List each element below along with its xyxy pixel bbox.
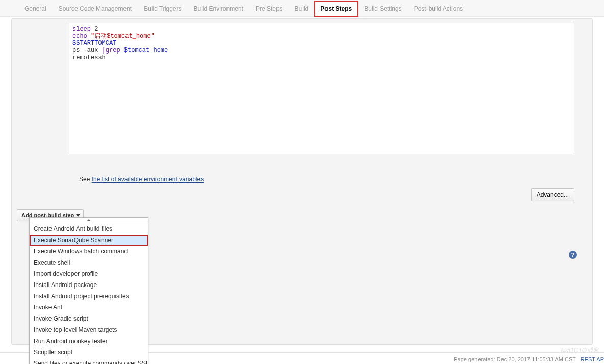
tab-pre-steps[interactable]: Pre Steps xyxy=(249,1,289,16)
tab-build-triggers[interactable]: Build Triggers xyxy=(138,1,187,16)
code-text: ps -aux xyxy=(72,47,102,54)
dropdown-item[interactable]: Create Android Ant build files xyxy=(30,223,148,235)
dropdown-item[interactable]: Scriptler script xyxy=(30,347,148,358)
dropdown-item[interactable]: Import developer profile xyxy=(30,268,148,279)
add-step-dropdown: Create Android Ant build filesExecute So… xyxy=(29,217,148,364)
code-variable: $STARTTOMCAT xyxy=(72,40,116,47)
dropdown-item[interactable]: Invoke Gradle script xyxy=(30,313,148,324)
tab-source-code-management[interactable]: Source Code Management xyxy=(53,1,138,16)
dropdown-item[interactable]: Execute SonarQube Scanner xyxy=(30,235,148,246)
dropdown-item[interactable]: Execute Windows batch command xyxy=(30,246,148,257)
dropdown-item[interactable]: Send files or execute commands over SSH xyxy=(30,358,148,364)
rest-api-link[interactable]: REST AP xyxy=(581,356,604,362)
page-generated-text: Page generated: Dec 20, 2017 11:05:33 AM… xyxy=(454,356,576,362)
dropdown-item[interactable]: Execute shell xyxy=(30,257,148,268)
tab-build-environment[interactable]: Build Environment xyxy=(188,1,249,16)
dropdown-item[interactable]: Invoke top-level Maven targets xyxy=(30,324,148,335)
code-variable: $tomcat_home xyxy=(124,47,168,54)
dropdown-scroll-up[interactable] xyxy=(30,218,148,223)
dropdown-item[interactable]: Run Android monkey tester xyxy=(30,335,148,347)
code-text: remotessh xyxy=(72,54,106,61)
tab-post-steps[interactable]: Post Steps xyxy=(314,1,358,17)
dropdown-item[interactable]: Install Android project prerequisites xyxy=(30,291,148,302)
tab-build[interactable]: Build xyxy=(289,1,315,16)
see-prefix: See xyxy=(79,176,92,183)
advanced-button[interactable]: Advanced... xyxy=(531,188,574,201)
code-text: 2 xyxy=(91,25,98,33)
tab-post-build-actions[interactable]: Post-build Actions xyxy=(408,1,469,16)
code-keyword: echo xyxy=(72,33,87,40)
dropdown-item[interactable]: Install Android package xyxy=(30,279,148,291)
tab-general[interactable]: General xyxy=(18,1,53,16)
shell-command-textarea[interactable]: sleep 2 echo "启动$tomcat_home" $STARTTOMC… xyxy=(69,23,574,154)
code-keyword: |grep xyxy=(102,47,124,54)
config-tabs: GeneralSource Code ManagementBuild Trigg… xyxy=(0,0,604,17)
help-icon[interactable]: ? xyxy=(569,251,577,259)
tab-build-settings[interactable]: Build Settings xyxy=(358,1,408,16)
env-vars-link[interactable]: the list of available environment variab… xyxy=(92,176,204,183)
env-vars-hint: See the list of available environment va… xyxy=(79,176,204,183)
dropdown-item[interactable]: Invoke Ant xyxy=(30,302,148,313)
post-steps-panel: sleep 2 echo "启动$tomcat_home" $STARTTOMC… xyxy=(11,18,593,345)
code-keyword: sleep xyxy=(72,25,91,33)
code-string: "启动$tomcat_home" xyxy=(87,33,155,40)
